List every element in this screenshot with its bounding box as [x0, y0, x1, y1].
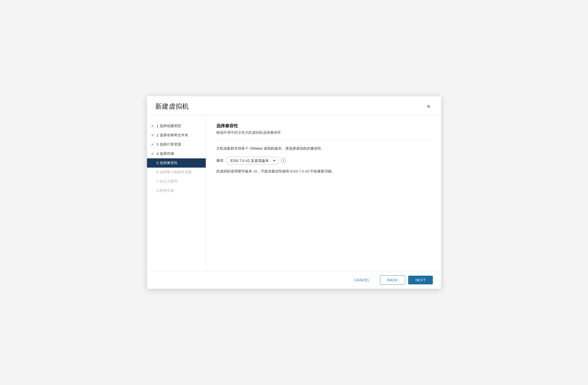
sidebar-label-step6: 选择客户机操作系统: [160, 170, 192, 175]
check-icon-step3: ✔: [151, 142, 154, 147]
sidebar-item-step5[interactable]: ✔ 5 选择兼容性: [147, 158, 206, 168]
dialog-header: 新建虚拟机 ✕: [147, 96, 441, 115]
section-title: 选择兼容性: [216, 123, 431, 129]
sidebar-label-step2: 选择名称和文件夹: [160, 133, 188, 138]
main-content: 选择兼容性 根据环境中的主机为此虚拟机选择兼容性 主机或集群支持多个 VMwar…: [206, 115, 441, 271]
section-subtitle: 根据环境中的主机为此虚拟机选择兼容性: [216, 130, 431, 135]
dialog-title: 新建虚拟机: [155, 102, 189, 111]
compat-label: 兼容:: [216, 158, 224, 163]
sidebar-item-step3[interactable]: ✔ 3 选择计算资源: [147, 140, 206, 149]
close-button[interactable]: ✕: [424, 103, 433, 110]
cancel-button[interactable]: CANCEL: [347, 276, 377, 284]
dialog-body: ✔ 1 选择创建类型 ✔ 2 选择名称和文件夹 ✔ 3 选择计算资源 ✔ 4 选…: [147, 115, 441, 271]
sidebar-item-step8: ✔ 8 即将完成: [147, 186, 206, 195]
sidebar-label-step5: 选择兼容性: [160, 161, 178, 165]
sidebar-item-step7: ✔ 7 自定义硬件: [147, 177, 206, 186]
compat-select[interactable]: ESXi 7.0 U2 及更高版本 ESXi 7.0 及更高版本 ESXi 6.…: [227, 157, 278, 165]
sidebar-item-step2[interactable]: ✔ 2 选择名称和文件夹: [147, 131, 206, 140]
check-icon-step1: ✔: [151, 124, 154, 128]
sidebar-label-step8: 即将完成: [160, 188, 174, 193]
sidebar-item-step4[interactable]: ✔ 4 选择存储: [147, 149, 206, 158]
check-icon-step2: ✔: [151, 133, 154, 138]
back-button[interactable]: BACK: [380, 275, 405, 285]
sidebar-item-step1[interactable]: ✔ 1 选择创建类型: [147, 121, 206, 131]
description-text: 主机或集群支持多个 VMware 虚拟机版本。请选择虚拟机的兼容性。: [216, 146, 431, 151]
sidebar: ✔ 1 选择创建类型 ✔ 2 选择名称和文件夹 ✔ 3 选择计算资源 ✔ 4 选…: [147, 115, 206, 271]
note-text: 此虚拟机使用硬件版本 19，可提供最佳性能和 ESXi 7.0 U2 中的最新功…: [216, 169, 431, 174]
dialog-footer: CANCEL BACK NEXT: [147, 271, 441, 289]
compatibility-row: 兼容: ESXi 7.0 U2 及更高版本 ESXi 7.0 及更高版本 ESX…: [216, 157, 431, 165]
new-vm-dialog: 新建虚拟机 ✕ ✔ 1 选择创建类型 ✔ 2 选择名称和文件夹 ✔ 3 选择计算…: [147, 96, 441, 289]
info-icon[interactable]: i: [281, 158, 286, 163]
sidebar-label-step7: 自定义硬件: [160, 179, 178, 184]
check-icon-step4: ✔: [151, 151, 154, 156]
sidebar-label-step4: 选择存储: [160, 151, 174, 156]
sidebar-label-step3: 选择计算资源: [160, 142, 181, 147]
sidebar-label-step1: 选择创建类型: [160, 124, 181, 128]
content-divider: [216, 140, 431, 140]
next-button[interactable]: NEXT: [408, 276, 433, 284]
sidebar-item-step6: ✔ 6 选择客户机操作系统: [147, 168, 206, 177]
